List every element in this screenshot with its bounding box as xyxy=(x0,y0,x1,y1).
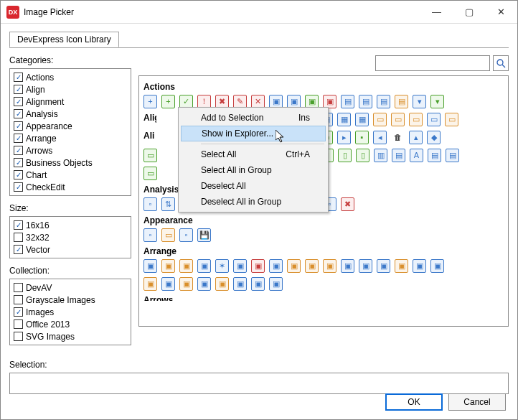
icon-item[interactable]: ▭ xyxy=(143,149,157,162)
icon-item[interactable]: ▤ xyxy=(392,149,405,162)
icon-item[interactable]: ▣ xyxy=(251,259,265,273)
icon-item[interactable]: + xyxy=(161,95,175,108)
collection-item[interactable]: DevAV xyxy=(14,281,127,294)
icon-item[interactable]: ▭ xyxy=(391,113,405,126)
icon-item[interactable]: ▣ xyxy=(323,259,336,273)
icon-item[interactable]: ▣ xyxy=(161,259,175,273)
ok-button[interactable]: OK xyxy=(385,393,443,411)
icon-item[interactable]: ▦ xyxy=(355,113,369,126)
category-item[interactable]: Business Objects xyxy=(14,157,127,169)
icon-item[interactable]: ▯ xyxy=(356,149,369,162)
category-item[interactable]: Chart xyxy=(14,169,127,181)
icon-item[interactable]: ▤ xyxy=(377,95,390,108)
icon-item[interactable]: ▣ xyxy=(269,277,283,291)
icon-item[interactable]: ▫ xyxy=(179,228,193,242)
size-item[interactable]: Vector xyxy=(14,243,127,256)
collection-item[interactable]: Images xyxy=(14,306,127,318)
icon-item[interactable]: ▸ xyxy=(337,131,351,144)
icon-item[interactable]: ▣ xyxy=(377,259,390,273)
search-input[interactable] xyxy=(375,55,490,71)
checkbox-icon[interactable] xyxy=(14,233,23,242)
icon-item[interactable]: ▣ xyxy=(287,259,301,273)
checkbox-icon[interactable] xyxy=(14,307,23,317)
minimize-button[interactable]: — xyxy=(420,1,453,23)
icon-item[interactable]: ▪ xyxy=(355,131,369,144)
search-button[interactable] xyxy=(493,55,509,71)
category-item[interactable]: Arrows xyxy=(14,144,127,157)
icon-item[interactable]: ▭ xyxy=(143,167,157,180)
icon-item[interactable]: ▣ xyxy=(413,259,426,273)
icon-item[interactable]: ▣ xyxy=(395,259,408,273)
icon-item[interactable]: ▭ xyxy=(427,113,441,126)
checkbox-icon[interactable] xyxy=(14,121,23,131)
icon-item[interactable]: + xyxy=(143,95,157,108)
icon-item[interactable]: ▣ xyxy=(179,259,193,273)
checkbox-icon[interactable] xyxy=(14,134,23,143)
icon-item[interactable]: ▫ xyxy=(143,228,157,242)
icon-item[interactable]: ▣ xyxy=(341,259,354,273)
checkbox-icon[interactable] xyxy=(14,73,23,82)
category-item[interactable]: Actions xyxy=(14,71,127,83)
icon-item[interactable]: ▣ xyxy=(197,259,211,273)
icon-item[interactable]: ▭ xyxy=(373,113,387,126)
checkbox-icon[interactable] xyxy=(14,283,23,292)
close-button[interactable]: ✕ xyxy=(485,1,517,23)
checkbox-icon[interactable] xyxy=(14,319,23,329)
icon-item[interactable]: 🗑 xyxy=(391,131,405,144)
checkbox-icon[interactable] xyxy=(14,85,23,94)
checkbox-icon[interactable] xyxy=(14,170,23,179)
collection-item[interactable]: SVG Images xyxy=(14,330,127,342)
menu-select-all-in-group[interactable]: Select All in Group xyxy=(181,162,326,178)
tab-icon-library[interactable]: DevExpress Icon Library xyxy=(9,32,119,47)
icon-item[interactable]: ▴ xyxy=(409,131,423,144)
category-item[interactable]: Alignment xyxy=(14,95,127,108)
icon-item[interactable]: ▤ xyxy=(446,149,459,162)
checkbox-icon[interactable] xyxy=(14,220,23,230)
checkbox-icon[interactable] xyxy=(14,146,23,155)
size-item[interactable]: 16x16 xyxy=(14,219,127,231)
cancel-button[interactable]: Cancel xyxy=(448,393,506,411)
icon-item[interactable]: ✶ xyxy=(215,259,229,273)
icon-item[interactable]: ◂ xyxy=(373,131,387,144)
icon-item[interactable]: ▾ xyxy=(413,95,426,108)
maximize-button[interactable]: ▢ xyxy=(453,1,485,23)
menu-show-in-explorer[interactable]: Show in Explorer... xyxy=(181,126,326,141)
icon-item[interactable]: ▭ xyxy=(161,228,175,242)
category-item[interactable]: Arrange xyxy=(14,132,127,144)
icon-item[interactable]: ▯ xyxy=(338,149,352,162)
menu-deselect-all[interactable]: Deselect All xyxy=(181,178,326,194)
checkbox-icon[interactable] xyxy=(14,97,23,106)
icon-item[interactable]: ◆ xyxy=(427,131,441,144)
icon-item[interactable]: ▤ xyxy=(395,95,408,108)
checkbox-icon[interactable] xyxy=(14,158,23,167)
checkbox-icon[interactable] xyxy=(14,245,23,254)
icon-item[interactable]: ▤ xyxy=(428,149,441,162)
checkbox-icon[interactable] xyxy=(14,332,23,341)
icon-item[interactable]: ▣ xyxy=(215,277,229,291)
category-item[interactable]: Analysis xyxy=(14,108,127,120)
icon-item[interactable]: ▫ xyxy=(143,197,157,211)
icon-item[interactable]: ▣ xyxy=(305,259,319,273)
category-item[interactable]: CheckEdit xyxy=(14,181,127,193)
icon-item[interactable]: ▣ xyxy=(161,277,175,291)
menu-select-all[interactable]: Select All Ctrl+A xyxy=(181,146,326,162)
icon-item[interactable]: ▣ xyxy=(359,259,372,273)
icon-item[interactable]: 💾 xyxy=(197,228,211,242)
size-item[interactable]: 32x32 xyxy=(14,231,127,243)
checkbox-icon[interactable] xyxy=(14,295,23,304)
category-item[interactable]: Align xyxy=(14,83,127,95)
menu-deselect-all-in-group[interactable]: Deselect All in Group xyxy=(181,194,326,210)
menu-add-to-selection[interactable]: Add to Selection Ins xyxy=(181,110,326,126)
icon-item[interactable]: ▦ xyxy=(337,113,351,126)
checkbox-icon[interactable] xyxy=(14,182,23,192)
icon-item[interactable]: ▣ xyxy=(251,277,265,291)
icon-item[interactable]: ▭ xyxy=(409,113,423,126)
icon-item[interactable]: ▣ xyxy=(233,277,247,291)
collection-item[interactable]: Office 2013 xyxy=(14,318,127,330)
icon-item[interactable]: ▣ xyxy=(197,277,211,291)
icon-item[interactable]: ▣ xyxy=(143,259,157,273)
icon-item[interactable]: ▣ xyxy=(143,277,157,291)
icon-item[interactable]: ▣ xyxy=(430,259,444,273)
collection-item[interactable]: Grayscale Images xyxy=(14,294,127,306)
icon-item[interactable]: ▣ xyxy=(233,259,247,273)
